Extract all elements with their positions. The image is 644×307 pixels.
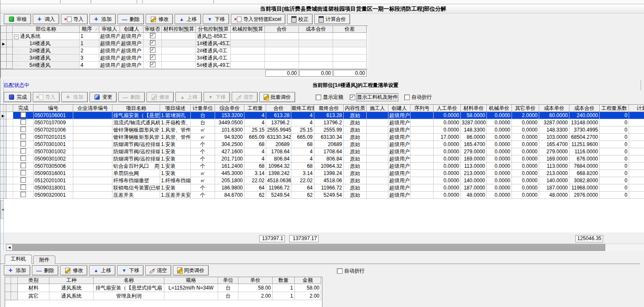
audited-checkbox[interactable]: ✓: [150, 55, 155, 60]
col-diff[interactable]: 价差: [333, 26, 367, 33]
col-nature[interactable]: 内容性质: [344, 105, 367, 112]
col-cost-total[interactable]: 成本合价: [299, 26, 333, 33]
col-serial[interactable]: 序列号: [411, 105, 434, 112]
col-trade[interactable]: 工种: [49, 277, 94, 284]
col-creator[interactable]: 创建人: [120, 26, 144, 33]
col-other-price[interactable]: 其它单价: [512, 105, 539, 112]
delete-button[interactable]: 删除: [118, 92, 145, 102]
correct-button[interactable]: 校正: [287, 14, 313, 24]
table-row[interactable]: 05090316001 单层防虫网 1.安装 ㎡ 445.3000 3.14 1…: [0, 170, 644, 177]
show-materials-checkbox[interactable]: ✓显示工料机及附件: [350, 94, 398, 101]
tab-materials[interactable]: 工料机: [5, 255, 32, 264]
col-enterprise-code[interactable]: 企业清单编号: [73, 105, 112, 112]
auto-wrap-checkbox[interactable]: 自动折行: [404, 94, 432, 101]
table-row[interactable]: 3#楼通风 3 超级用户 超级用户 ✓ 3#楼通风-0工: [1, 55, 368, 62]
calc-total-button[interactable]: 计算合价: [314, 14, 350, 24]
table-row[interactable]: 05090301002 防烟调节阀/远控排烟阀 1.安装 个 201.7100 …: [0, 155, 644, 163]
delete-button[interactable]: 删除: [118, 14, 144, 24]
col-final-amount[interactable]: 最终合价: [314, 105, 344, 112]
call-in-button[interactable]: 调入: [33, 14, 59, 24]
move-down-button[interactable]: 下移: [117, 265, 144, 275]
table-row[interactable]: 05090318001 联锁电信号装置(已锁 1.安装 个 186.9800 6…: [0, 184, 644, 192]
clear-button[interactable]: 清空: [232, 92, 258, 102]
done-checkbox[interactable]: [20, 177, 26, 183]
move-up-button[interactable]: 上移: [175, 92, 202, 102]
done-checkbox[interactable]: [20, 126, 26, 132]
done-checkbox[interactable]: [20, 148, 26, 154]
col-material-budget[interactable]: 材料控制预算: [162, 26, 196, 33]
clear-button[interactable]: 清空: [145, 265, 171, 275]
table-row[interactable]: ▶ 1#楼通风 1 超级用户 超级用户 ✓ 1#楼通风-45工: [1, 40, 368, 47]
audited-checkbox[interactable]: ✓: [150, 33, 155, 38]
col-amount[interactable]: 合价: [266, 105, 291, 112]
table-row[interactable]: 05070305006 铝合金百叶风口 周 1.安装 个 161.2400 68…: [0, 163, 644, 170]
table-row[interactable]: 05070107009 混流式/轴流式通风机 1.开箱检查、 台 3449.05…: [0, 119, 644, 126]
add-button[interactable]: 添加: [61, 92, 88, 102]
col-spec[interactable]: 规格: [164, 277, 218, 284]
modify-button[interactable]: 修改: [146, 14, 173, 24]
import-button[interactable]: 导入: [33, 92, 60, 102]
table-row[interactable]: 材料 通风系统 排气扇安装（【悬壁式排气扇 L=1152ml/h N=34W 台…: [5, 284, 322, 292]
table-row[interactable]: ▶ 05070106001 排气扇安装（【悬壁式 1.留堵洞孔 台 153.32…: [0, 112, 644, 119]
table-row[interactable]: 05070301002 防烟调节阀/远控排烟阀 1.安装 个 427.1600 …: [0, 148, 644, 155]
col-name[interactable]: 名称: [94, 277, 164, 284]
col-section-name[interactable]: 部位名称: [13, 26, 80, 33]
move-up-button[interactable]: 上移: [89, 265, 115, 275]
col-material-price[interactable]: 材料单价: [461, 105, 487, 112]
table-row[interactable]: 2#楼通风 2 超级用户 超级用户 ✓ 2#楼通风-0工: [1, 47, 368, 55]
col-audited[interactable]: 审核否: [144, 26, 162, 33]
col-total[interactable]: 合价: [265, 26, 299, 33]
col-cost-amount[interactable]: 成本合价: [569, 105, 600, 112]
col-final-qty[interactable]: 最终工程量: [291, 105, 314, 112]
auto-wrap-checkbox[interactable]: 自动折行: [337, 267, 365, 275]
scroll-left-button[interactable]: ◄: [6, 244, 13, 251]
add-button[interactable]: 添加: [89, 14, 116, 24]
col-comp-price[interactable]: 综合单价: [215, 105, 244, 112]
col-creator[interactable]: 创建人: [388, 105, 411, 112]
done-checkbox[interactable]: [20, 163, 26, 168]
tab-attachments[interactable]: 附件: [33, 255, 55, 264]
table-row[interactable]: −通风系统 1 超级用户 超级用户 ✓ 通风总-859工: [1, 33, 368, 40]
col-money[interactable]: 金额: [295, 277, 321, 284]
col-constructor[interactable]: 施工人: [367, 105, 388, 112]
show-quota-checkbox[interactable]: 显示定额: [316, 94, 343, 101]
col-item-desc[interactable]: 项目描述: [160, 105, 191, 112]
table-row[interactable]: 05070201006 镀锌薄钢板圆形风管 1.风管、管件 ㎡ 101.6300…: [0, 126, 644, 134]
col-auditor[interactable]: 审核人: [99, 26, 120, 33]
col-unit[interactable]: 单位: [218, 277, 239, 284]
tree-collapse-icon[interactable]: −: [14, 34, 19, 39]
col-labor-price[interactable]: 人工单价: [434, 105, 461, 112]
col-item-name[interactable]: 项目名称: [112, 105, 160, 112]
audited-checkbox[interactable]: ✓: [150, 47, 155, 53]
table-row[interactable]: 05090320001 压差开关 1.压差开关安装 个 84.6700 62 5…: [0, 192, 644, 199]
col-machine-price[interactable]: 机械单价: [487, 105, 512, 112]
col-order[interactable]: 顺序∕: [80, 26, 99, 33]
modify-button[interactable]: 修改: [60, 265, 87, 275]
done-checkbox[interactable]: [20, 184, 26, 190]
add-button[interactable]: 添加: [4, 265, 30, 275]
done-checkbox[interactable]: [20, 119, 26, 125]
col-qty-factor[interactable]: 工程量系数: [600, 105, 629, 112]
col-unit[interactable]: 计量单位: [191, 105, 215, 112]
done-checkbox[interactable]: [20, 112, 26, 118]
table-row[interactable]: 05070201015 镀锌薄钢板矩形风管 1.风管、管件 ㎡ 94.9200 …: [0, 134, 644, 141]
col-subcontract-budget[interactable]: 分包控制预算: [196, 26, 231, 33]
col-price[interactable]: 单价: [239, 277, 273, 284]
change-button[interactable]: 变更: [89, 92, 117, 102]
table-row[interactable]: 05070301001 防烟调节阀/远控排烟阀 1.安装 个 304.2500 …: [0, 141, 644, 148]
col-done[interactable]: 完成: [13, 105, 34, 112]
move-down-button[interactable]: 下移: [204, 92, 230, 102]
same-price-button[interactable]: 同类调价: [173, 265, 209, 275]
table-row[interactable]: 其它 通风系统 管理及利润 台 2.00 1 2.00: [5, 292, 322, 300]
audited-checkbox[interactable]: ✓: [150, 40, 155, 46]
col-plan[interactable]: 计划: [629, 105, 644, 112]
done-checkbox[interactable]: [20, 170, 26, 175]
done-checkbox[interactable]: [20, 155, 26, 161]
scrollbar-thumb[interactable]: [13, 244, 605, 251]
col-code[interactable]: 编号: [34, 105, 73, 112]
horizontal-scrollbar[interactable]: ◄: [0, 244, 644, 251]
table-row[interactable]: 05120201001 纤维布挡烟垂壁 1.纤维布挡烟 ㎡ 205.1800 2…: [0, 177, 644, 184]
col-machine-budget[interactable]: 机械控制预算: [231, 26, 265, 33]
done-checkbox[interactable]: [20, 192, 26, 197]
modify-button[interactable]: 修改: [147, 92, 174, 102]
